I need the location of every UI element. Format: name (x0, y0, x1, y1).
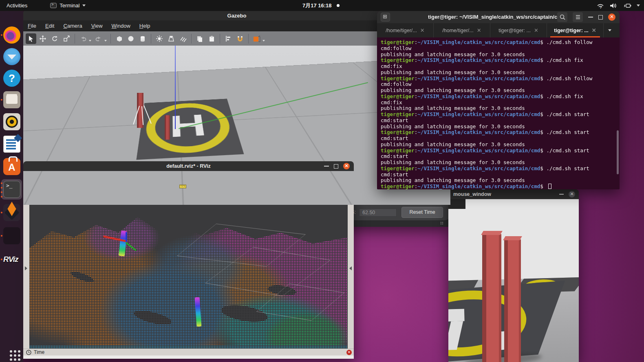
magnet-tool-button[interactable] (235, 33, 245, 44)
terminal-line: tiger@tiger:~/VISIM_single/catkin_ws/src… (381, 166, 620, 172)
terminal-titlebar[interactable]: tiger@tiger: ~/VISIM_single/catkin_ws/sr… (377, 11, 620, 23)
tab-close-icon[interactable]: ✕ (477, 27, 481, 33)
time-panel-close-icon[interactable]: ✕ (346, 350, 352, 355)
scrollbar-thumb[interactable] (617, 130, 619, 174)
activities-button[interactable]: Activities (0, 0, 34, 11)
dock-item-rviz[interactable]: RViz (3, 251, 20, 268)
close-icon[interactable]: ✕ (608, 13, 615, 21)
close-icon[interactable]: ✕ (343, 163, 350, 169)
minimize-button[interactable] (559, 194, 564, 195)
search-button[interactable] (557, 12, 567, 22)
terminal-tab[interactable]: /home/tiger/...✕ (377, 23, 434, 37)
zoom-out-button[interactable]: − (360, 183, 364, 190)
tab-close-icon[interactable]: ✕ (592, 27, 596, 33)
tab-close-icon[interactable]: ✕ (534, 27, 538, 33)
dropdown-caret-icon[interactable] (262, 40, 265, 42)
scale-tool-button[interactable] (61, 33, 72, 44)
menu-window[interactable]: Window (107, 23, 135, 29)
rviz-tool-interact[interactable]: Interact (26, 182, 55, 191)
cursor-tool-button[interactable] (26, 33, 36, 44)
rotate-tool-button[interactable] (49, 33, 60, 44)
dock-item-terminal[interactable]: >_ (3, 181, 20, 198)
rviz-tool-2d-pose-estimate[interactable]: 2D Pose Estimate (212, 183, 264, 190)
running-indicator-dot (1, 34, 2, 36)
paste-tool-button[interactable] (206, 33, 217, 44)
menu-help[interactable]: Help (62, 173, 79, 179)
dock-item-firefox[interactable] (3, 26, 20, 44)
toolbar-separator (75, 34, 75, 44)
clock-area[interactable]: 7月17 16:18 (302, 2, 340, 9)
new-tab-button[interactable] (381, 13, 390, 22)
rviz-tool-2d-nav-goal[interactable]: 2D Nav Goal (267, 183, 307, 190)
fps-value-field[interactable]: 62.50 (359, 208, 397, 217)
dirlight-tool-button[interactable] (178, 33, 188, 44)
reset-time-button[interactable]: Reset Time (401, 207, 443, 218)
time-panel-header[interactable]: Time ✕ (23, 349, 354, 355)
undo-tool-button[interactable] (78, 33, 88, 44)
close-icon[interactable]: ✕ (569, 191, 575, 197)
terminal-tab[interactable]: tiger@tiger: ...✕ (547, 23, 604, 37)
dock: ?A>_RViz (0, 11, 23, 362)
toolbar-separator (220, 34, 220, 44)
rviz-3d-view[interactable] (29, 192, 348, 349)
minimize-button[interactable] (324, 166, 329, 167)
terminal-tab[interactable]: /home/tiger/...✕ (434, 23, 490, 37)
dock-item-rhythmbox[interactable] (3, 113, 20, 130)
move-tool-button[interactable] (37, 33, 48, 44)
dock-item-gazebo[interactable] (3, 204, 20, 221)
dock-item-help[interactable]: ? (3, 70, 20, 87)
dock-item-ubuntu-software[interactable]: A (3, 158, 20, 175)
rviz-tool-select[interactable]: Select (103, 182, 128, 190)
cylinder-tool-button[interactable] (137, 33, 148, 44)
maximize-button[interactable] (598, 15, 603, 20)
menu-file[interactable]: File (23, 23, 41, 29)
tab-list-button[interactable] (604, 23, 616, 37)
spotlight-tool-button[interactable] (166, 33, 176, 44)
displays-panel-collapsed[interactable] (23, 192, 29, 349)
dock-item-thunderbird[interactable] (3, 48, 20, 65)
minimize-button[interactable] (588, 17, 593, 18)
menu-camera[interactable]: Camera (59, 23, 86, 29)
redo-tool-button[interactable] (93, 33, 104, 44)
views-panel-collapsed[interactable] (348, 192, 354, 349)
rviz-tool-measure[interactable]: Measure (178, 183, 210, 190)
menu-edit[interactable]: Edit (41, 23, 59, 29)
terminal-body[interactable]: tiger@tiger:~/VISIM_single/catkin_ws/src… (377, 37, 620, 189)
dock-item-files[interactable] (3, 91, 20, 108)
move-icon (59, 183, 65, 189)
tab-close-icon[interactable]: ✕ (420, 27, 425, 33)
terminal-line: tiger@tiger:~/VISIM_single/catkin_ws/src… (381, 39, 620, 46)
menu-file[interactable]: File (23, 173, 39, 179)
rviz-tool-publish-point[interactable]: Publish Point (310, 182, 349, 190)
app-menu[interactable]: Terminal (50, 2, 86, 9)
menu-view[interactable]: View (87, 23, 107, 29)
system-status-area[interactable]: ? (597, 2, 640, 9)
menu-help[interactable]: Help (135, 23, 155, 29)
maximize-button[interactable] (334, 164, 338, 169)
mouse-window-3d-view[interactable] (448, 199, 579, 362)
resize-grip[interactable] (440, 222, 444, 225)
zoom-in-button[interactable]: + (351, 183, 355, 190)
dock-item-libreoffice-writer[interactable] (3, 136, 20, 153)
menu-panels[interactable]: Panels (39, 173, 62, 179)
menu-button[interactable] (573, 12, 583, 22)
dock-item-show-applications[interactable] (3, 349, 20, 362)
mouse-window-titlebar[interactable]: mouse_window ✕ (448, 189, 579, 199)
terminal-tab[interactable]: tiger@tiger: ...✕ (490, 23, 547, 37)
orangebox-tool-button[interactable] (251, 33, 262, 44)
pointlight-tool-button[interactable] (154, 33, 165, 44)
dropdown-caret-icon[interactable] (89, 40, 91, 42)
cube-tool-button[interactable] (114, 33, 124, 44)
rviz-tool-move-camera[interactable]: Move Camera (57, 182, 100, 190)
copy-tool-button[interactable] (194, 33, 205, 44)
toolbar-separator (191, 34, 192, 44)
app-menu-label: Terminal (60, 2, 79, 9)
running-indicator-dot (1, 235, 2, 237)
align-tool-button[interactable] (223, 33, 234, 44)
sphere-tool-button[interactable] (126, 33, 136, 44)
dock-item-dark-app[interactable] (3, 227, 20, 244)
rviz-titlebar[interactable]: default.rviz* - RViz ✕ (23, 161, 354, 171)
terminal-line: tiger@tiger:~/VISIM_single/catkin_ws/src… (381, 76, 620, 82)
rviz-tool-focus-camera[interactable]: Focus Camera (131, 182, 176, 190)
dropdown-caret-icon[interactable] (104, 40, 107, 42)
